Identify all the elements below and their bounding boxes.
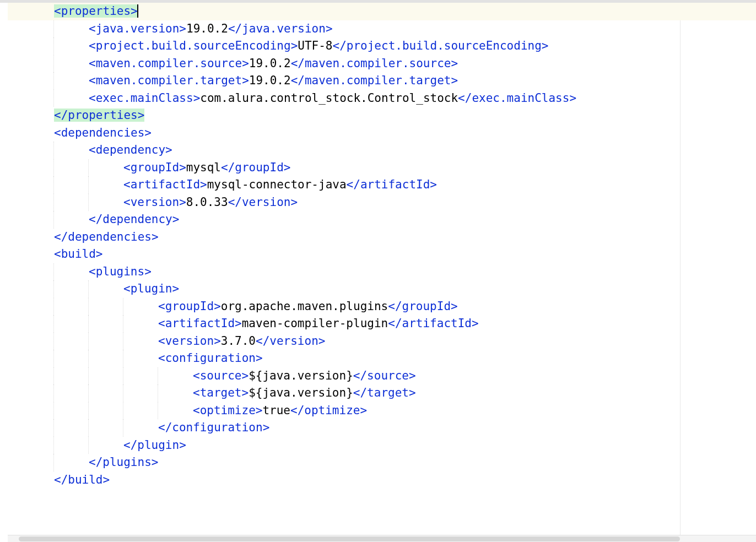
xml-tag: <groupId>: [123, 161, 186, 174]
xml-tag: <version>: [123, 196, 186, 209]
xml-text: 19.0.2: [186, 22, 228, 35]
code-content[interactable]: <plugin>: [123, 280, 179, 298]
xml-tag: </artifactId>: [388, 317, 478, 330]
code-content[interactable]: <groupId>org.apache.maven.plugins</group…: [158, 298, 458, 316]
code-line[interactable]: <optimize>true</optimize>: [8, 402, 756, 420]
xml-tag: <project.build.sourceEncoding>: [89, 39, 298, 52]
code-content[interactable]: </plugin>: [123, 437, 186, 454]
code-content[interactable]: <artifactId>mysql-connector-java</artifa…: [123, 176, 437, 194]
code-content[interactable]: <artifactId>maven-compiler-plugin</artif…: [158, 315, 479, 333]
xml-tag: </maven.compiler.source>: [291, 57, 458, 70]
code-content[interactable]: <configuration>: [158, 350, 263, 367]
code-content[interactable]: </build>: [54, 471, 110, 489]
code-line[interactable]: <plugins>: [8, 263, 756, 281]
xml-text: ${java.version}: [249, 369, 353, 382]
code-content[interactable]: <version>8.0.33</version>: [123, 194, 298, 212]
code-line[interactable]: </plugin>: [8, 437, 756, 454]
code-line[interactable]: <maven.compiler.target>19.0.2</maven.com…: [8, 72, 756, 90]
xml-tag: </artifactId>: [347, 178, 437, 191]
xml-tag: <dependencies>: [54, 126, 152, 139]
xml-tag: </exec.mainClass>: [458, 91, 576, 105]
xml-tag: </build>: [54, 473, 110, 486]
xml-tag: <maven.compiler.target>: [89, 74, 249, 87]
xml-tag: </version>: [256, 334, 325, 348]
code-line[interactable]: <exec.mainClass>com.alura.control_stock.…: [8, 90, 756, 107]
xml-text: com.alura.control_stock.Control_stock: [200, 91, 458, 105]
code-content[interactable]: <properties>: [54, 3, 138, 20]
text-caret: [137, 4, 138, 18]
xml-tag: properties: [61, 4, 131, 18]
code-line[interactable]: <build>: [8, 246, 756, 263]
code-editor[interactable]: <properties><java.version>19.0.2</java.v…: [0, 0, 756, 542]
code-line[interactable]: <target>${java.version}</target>: [8, 384, 756, 402]
xml-tag: </groupId>: [388, 300, 457, 313]
code-line[interactable]: <source>${java.version}</source>: [8, 367, 756, 385]
code-line[interactable]: <java.version>19.0.2</java.version>: [8, 20, 756, 38]
xml-tag: <configuration>: [158, 351, 263, 365]
code-content[interactable]: </properties>: [54, 107, 144, 124]
code-content[interactable]: </configuration>: [158, 419, 269, 437]
code-content[interactable]: <groupId>mysql</groupId>: [123, 159, 290, 177]
xml-tag: </target>: [353, 386, 416, 399]
horizontal-scrollbar[interactable]: [8, 535, 756, 542]
editor-gutter: [0, 3, 8, 542]
code-content[interactable]: </dependency>: [89, 211, 179, 229]
xml-tag: </java.version>: [228, 22, 333, 35]
code-content[interactable]: <exec.mainClass>com.alura.control_stock.…: [89, 90, 576, 107]
code-line[interactable]: </configuration>: [8, 419, 756, 437]
code-line[interactable]: <groupId>mysql</groupId>: [8, 159, 756, 177]
code-line[interactable]: <configuration>: [8, 350, 756, 367]
code-content[interactable]: <version>3.7.0</version>: [158, 333, 325, 350]
code-line[interactable]: <maven.compiler.source>19.0.2</maven.com…: [8, 55, 756, 73]
code-line[interactable]: </plugins>: [8, 454, 756, 471]
xml-tag: <groupId>: [158, 300, 221, 313]
code-line[interactable]: <groupId>org.apache.maven.plugins</group…: [8, 298, 756, 316]
code-line[interactable]: </dependencies>: [8, 229, 756, 246]
xml-tag: <exec.mainClass>: [89, 91, 200, 105]
xml-tag: </groupId>: [221, 161, 290, 174]
code-line[interactable]: <artifactId>maven-compiler-plugin</artif…: [8, 315, 756, 333]
code-line[interactable]: <plugin>: [8, 280, 756, 298]
code-line[interactable]: <version>3.7.0</version>: [8, 333, 756, 350]
xml-tag: </version>: [228, 196, 298, 209]
code-line[interactable]: <dependency>: [8, 142, 756, 159]
xml-tag: <java.version>: [89, 22, 186, 35]
code-content[interactable]: <build>: [54, 246, 103, 263]
xml-text: 19.0.2: [249, 74, 291, 87]
code-content[interactable]: </plugins>: [89, 454, 158, 471]
xml-text: 3.7.0: [221, 334, 256, 348]
code-content[interactable]: <maven.compiler.target>19.0.2</maven.com…: [89, 72, 458, 90]
code-content[interactable]: <source>${java.version}</source>: [193, 367, 416, 385]
xml-tag: </configuration>: [158, 421, 269, 434]
code-area[interactable]: <properties><java.version>19.0.2</java.v…: [8, 3, 756, 542]
code-content[interactable]: <java.version>19.0.2</java.version>: [89, 20, 333, 38]
xml-tag: </dependencies>: [54, 230, 159, 243]
code-content[interactable]: <dependencies>: [54, 124, 152, 142]
xml-tag: </: [54, 109, 68, 122]
code-line[interactable]: <artifactId>mysql-connector-java</artifa…: [8, 176, 756, 194]
code-line[interactable]: <project.build.sourceEncoding>UTF-8</pro…: [8, 37, 756, 55]
xml-text: UTF-8: [298, 39, 332, 52]
xml-tag: </dependency>: [89, 213, 179, 226]
scrollbar-thumb[interactable]: [19, 536, 680, 541]
code-content[interactable]: <plugins>: [89, 263, 152, 281]
code-content[interactable]: <dependency>: [89, 142, 172, 159]
code-content[interactable]: <target>${java.version}</target>: [193, 384, 416, 402]
xml-tag: <plugin>: [123, 282, 179, 295]
xml-tag: <plugins>: [89, 265, 152, 278]
code-content[interactable]: <maven.compiler.source>19.0.2</maven.com…: [89, 55, 458, 73]
code-content[interactable]: <optimize>true</optimize>: [193, 402, 367, 420]
xml-tag: </plugins>: [89, 456, 158, 469]
code-content[interactable]: <project.build.sourceEncoding>UTF-8</pro…: [89, 37, 548, 55]
xml-tag: <artifactId>: [158, 317, 242, 330]
code-line[interactable]: <dependencies>: [8, 124, 756, 142]
code-line[interactable]: <version>8.0.33</version>: [8, 194, 756, 212]
code-line[interactable]: </build>: [8, 471, 756, 489]
code-line[interactable]: <properties>: [8, 3, 756, 20]
xml-tag: <optimize>: [193, 404, 262, 417]
xml-tag: <: [54, 4, 61, 18]
code-content[interactable]: </dependencies>: [54, 229, 159, 246]
code-line[interactable]: </dependency>: [8, 211, 756, 229]
xml-text: maven-compiler-plugin: [242, 317, 388, 330]
code-line[interactable]: </properties>: [8, 107, 756, 124]
